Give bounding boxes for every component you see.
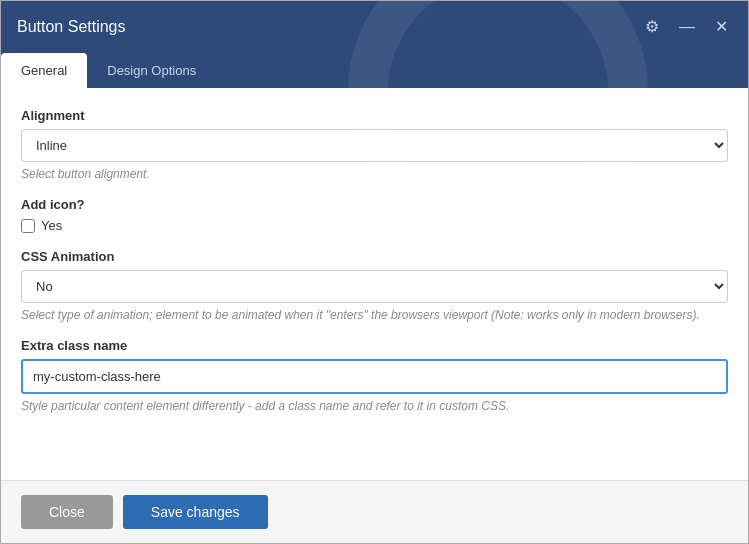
close-icon[interactable]: ✕: [711, 17, 732, 37]
css-animation-select[interactable]: No Fade Bounce Slide: [21, 270, 728, 303]
add-icon-checkbox[interactable]: [21, 219, 35, 233]
dialog-header: Button Settings ⚙ — ✕: [1, 1, 748, 53]
tab-design-options[interactable]: Design Options: [87, 53, 216, 88]
alignment-label: Alignment: [21, 108, 728, 123]
add-icon-label: Add icon?: [21, 197, 728, 212]
extra-class-input[interactable]: [21, 359, 728, 394]
css-animation-label: CSS Animation: [21, 249, 728, 264]
tab-general[interactable]: General: [1, 53, 87, 88]
dialog-body: Alignment Inline Left Center Right Selec…: [1, 88, 748, 480]
minimize-icon[interactable]: —: [675, 17, 699, 37]
dialog-header-actions: ⚙ — ✕: [641, 17, 732, 37]
extra-class-group: Extra class name Style particular conten…: [21, 338, 728, 413]
add-icon-group: Add icon? Yes: [21, 197, 728, 233]
dialog-title: Button Settings: [17, 18, 126, 36]
save-button[interactable]: Save changes: [123, 495, 268, 529]
css-animation-hint: Select type of animation; element to be …: [21, 308, 728, 322]
extra-class-hint: Style particular content element differe…: [21, 399, 728, 413]
gear-icon[interactable]: ⚙: [641, 17, 663, 37]
tabs-bar: General Design Options: [1, 53, 748, 88]
alignment-group: Alignment Inline Left Center Right Selec…: [21, 108, 728, 181]
close-button[interactable]: Close: [21, 495, 113, 529]
add-icon-checkbox-label: Yes: [41, 218, 62, 233]
button-settings-dialog: Button Settings ⚙ — ✕ General Design Opt…: [0, 0, 749, 544]
dialog-footer: Close Save changes: [1, 480, 748, 543]
add-icon-checkbox-row: Yes: [21, 218, 728, 233]
alignment-hint: Select button alignment.: [21, 167, 728, 181]
extra-class-label: Extra class name: [21, 338, 728, 353]
css-animation-group: CSS Animation No Fade Bounce Slide Selec…: [21, 249, 728, 322]
alignment-select[interactable]: Inline Left Center Right: [21, 129, 728, 162]
